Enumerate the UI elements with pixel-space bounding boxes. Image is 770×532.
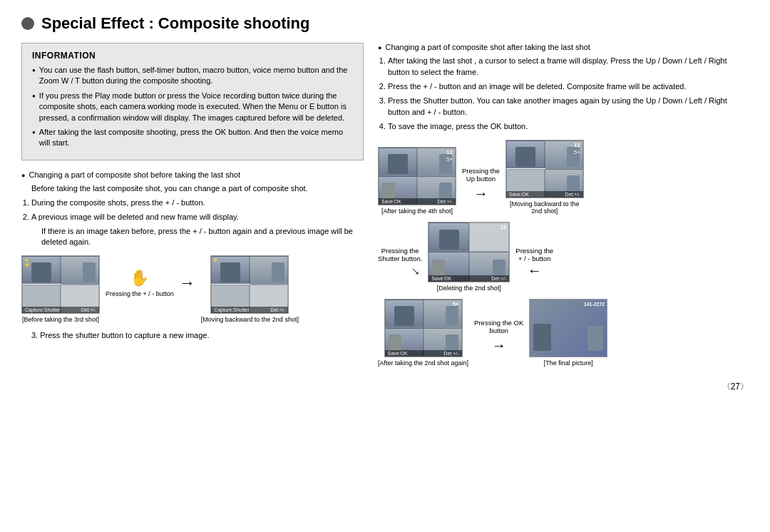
pressing-shutter-group: Pressing the Shutter button. → (378, 247, 422, 279)
section-before-body: Before taking the last composite shot, y… (21, 183, 364, 195)
title-bullet (21, 17, 34, 30)
right-step-2: Press the + / - button and an image will… (388, 81, 749, 93)
info-item-3: After taking the last composite shooting… (32, 127, 353, 149)
final-picture-cam: 141-2272 (529, 299, 607, 357)
deleting-2nd-cam: 12 Save:OKDet:+/- (428, 222, 510, 282)
moving-back-wrap: ⚡ Capture:ShutterDet:+/- [Moving backwar… (201, 255, 299, 323)
pressing-pm-right-label: Pressing the + / - button (515, 247, 553, 262)
right-step-1: After taking the last shot , a cursor to… (388, 56, 749, 78)
right-step-3: Press the Shutter button. You can take a… (388, 96, 749, 118)
before-3rd-wrap: ⚡ ⚡ Capture:ShutterDet:+/- [Before takin… (21, 255, 100, 323)
deleting-row: Pressing the Shutter button. → (378, 222, 749, 292)
final-row: 5+ Save:OKDet:+/- [After taking the 2nd … (378, 299, 749, 367)
moving-back2-caption: [Moving backward to the 2nd shot] (510, 200, 580, 215)
after-4th-cam: 12 5+ Save:OKDet:+/- (378, 147, 456, 205)
press-pm-group: ✋ Pressing the + / - button (106, 269, 174, 297)
right-step-4: To save the image, press the OK button. (388, 121, 749, 133)
steps-before: During the composite shots, press the + … (21, 198, 364, 249)
deleting-2nd-wrap: 12 Save:OKDet:+/- [Deleting the 2nd shot… (428, 222, 510, 292)
before-3rd-cam: ⚡ ⚡ Capture:ShutterDet:+/- (21, 255, 100, 314)
page-number: 〈27〉 (21, 381, 749, 393)
pressing-shutter-label: Pressing the Shutter button. (378, 247, 422, 262)
step-2: A previous image will be deleted and new… (31, 212, 364, 223)
info-item-1: You can use the flash button, self-timer… (32, 65, 353, 87)
info-list: You can use the flash button, self-timer… (32, 65, 353, 149)
after-2nd-again-cam: 5+ Save:OKDet:+/- (384, 299, 463, 357)
after-4th-wrap: 12 5+ Save:OKDet:+/- [After taking the 4… (378, 147, 456, 215)
final-picture-caption: [The final picture] (544, 359, 593, 367)
pressing-pm-right-group: Pressing the + / - button ← (515, 247, 553, 279)
final-picture-wrap: 141-2272 [The final picture] (529, 299, 607, 367)
pressing-up-group: Pressing the Up button → (462, 167, 500, 202)
info-heading: INFORMATION (32, 51, 353, 61)
left-column: INFORMATION You can use the flash button… (21, 43, 364, 374)
step-2-sub: If there is an image taken before, press… (31, 226, 364, 249)
info-item-2: If you press the Play mode button or pre… (32, 91, 353, 123)
step-3: 3. Press the shutter button to capture a… (21, 330, 364, 342)
before-3rd-caption: [Before taking the 3rd shot] (22, 316, 99, 323)
moving-back-caption: [Moving backward to the 2nd shot] (201, 316, 299, 323)
pressing-ok-label: Pressing the OK button (474, 319, 523, 334)
moving-back2-cam: 12 5+ Save:OKDet:+/- (505, 140, 584, 198)
section-after-label: Changing a part of composite shot after … (378, 43, 749, 51)
steps-after: After taking the last shot , a cursor to… (378, 56, 749, 133)
deleting-2nd-caption: [Deleting the 2nd shot] (437, 285, 501, 292)
after-2nd-again-wrap: 5+ Save:OKDet:+/- [After taking the 2nd … (378, 299, 468, 367)
step-1: During the composite shots, press the + … (31, 198, 364, 209)
after-4th-row: 12 5+ Save:OKDet:+/- [After taking the 4… (378, 140, 749, 215)
after-2nd-again-caption: [After taking the 2nd shot again] (378, 359, 468, 367)
hand-icon: ✋ (130, 269, 149, 287)
arrow-right-1: → (180, 274, 195, 292)
moving-back2-wrap: 12 5+ Save:OKDet:+/- [Moving backward to… (505, 140, 584, 215)
right-column: Changing a part of composite shot after … (378, 43, 749, 374)
before-shots-row: ⚡ ⚡ Capture:ShutterDet:+/- [Before takin… (21, 255, 364, 323)
pressing-ok-group: Pressing the OK button → (474, 319, 523, 354)
after-4th-caption: [After taking the 4th shot] (381, 208, 453, 215)
press-pm-label: Pressing the + / - button (106, 290, 174, 297)
section-before-label: Changing a part of composite shot before… (21, 170, 364, 179)
page-title: Special Effect : Composite shooting (21, 14, 749, 33)
moving-back-cam: ⚡ Capture:ShutterDet:+/- (210, 255, 289, 314)
pressing-up-label: Pressing the Up button (462, 167, 500, 183)
info-box: INFORMATION You can use the flash button… (21, 43, 364, 160)
